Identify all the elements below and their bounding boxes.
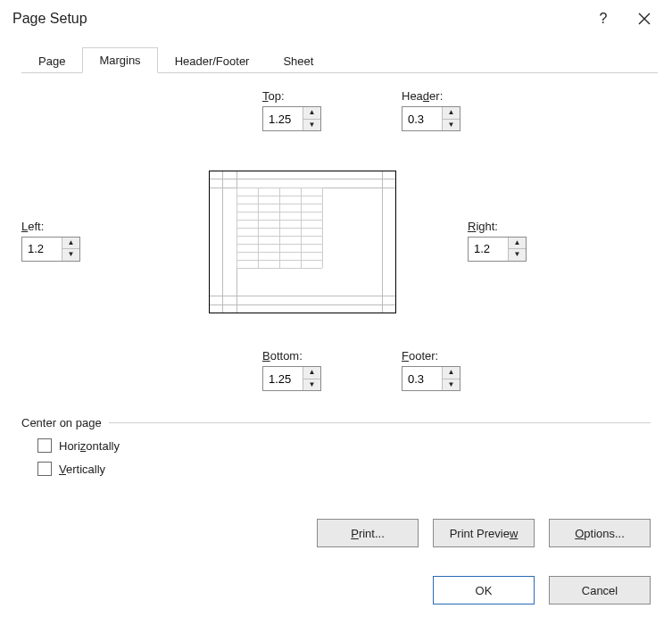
spin-left-up[interactable]: ▲ [62,238,79,250]
input-bottom[interactable] [263,367,303,390]
check-vert-label: Vertically [59,463,105,476]
checkbox-icon [37,438,52,453]
spin-left[interactable]: ▲▼ [21,237,80,262]
spin-header-down[interactable]: ▼ [443,120,460,131]
tab-margins[interactable]: Margins [82,47,157,73]
check-horiz-label: Horizontally [59,439,120,453]
cancel-button[interactable]: Cancel [549,576,651,604]
options-button[interactable]: Options... [549,519,651,547]
spin-header[interactable]: ▲▼ [402,106,460,131]
spin-footer-down[interactable]: ▼ [443,379,460,391]
spin-bottom-up[interactable]: ▲ [303,367,320,379]
spin-top[interactable]: ▲▼ [262,106,321,131]
label-footer: Footer: [402,349,460,363]
center-legend: Center on page [21,416,109,429]
close-button[interactable] [624,4,665,33]
label-left: Left: [21,220,182,233]
tab-bar: Page Margins Header/Footer Sheet [21,45,658,73]
input-footer[interactable] [402,367,442,390]
label-right: Right: [468,220,651,233]
tab-sheet[interactable]: Sheet [266,48,330,73]
tab-page[interactable]: Page [21,48,82,73]
check-horizontally[interactable]: Horizontally [37,438,651,453]
spin-bottom[interactable]: ▲▼ [262,366,321,391]
margins-preview [209,171,396,313]
spin-footer[interactable]: ▲▼ [402,366,460,391]
spin-right[interactable]: ▲▼ [468,237,527,262]
ok-button[interactable]: OK [433,576,535,604]
tab-header-footer[interactable]: Header/Footer [158,48,267,73]
spin-right-up[interactable]: ▲ [509,238,526,250]
print-button[interactable]: Print... [317,519,419,547]
input-right[interactable] [469,238,508,261]
spin-left-down[interactable]: ▼ [62,249,79,261]
spin-header-up[interactable]: ▲ [443,107,460,120]
label-bottom: Bottom: [262,349,321,363]
dialog-title: Page Setup [12,11,583,27]
spin-footer-up[interactable]: ▲ [443,367,460,379]
label-header: Header: [402,89,460,103]
spin-bottom-down[interactable]: ▼ [303,379,320,391]
input-left[interactable] [22,238,62,261]
input-header[interactable] [402,107,442,130]
spin-right-down[interactable]: ▼ [509,249,526,261]
print-preview-button[interactable]: Print Preview [433,519,535,547]
spin-top-down[interactable]: ▼ [303,120,320,131]
help-button[interactable]: ? [583,4,624,33]
checkbox-icon [37,462,52,476]
label-top: Top: [262,89,321,103]
check-vertically[interactable]: Vertically [37,462,651,476]
spin-top-up[interactable]: ▲ [303,107,320,120]
input-top[interactable] [263,107,303,130]
